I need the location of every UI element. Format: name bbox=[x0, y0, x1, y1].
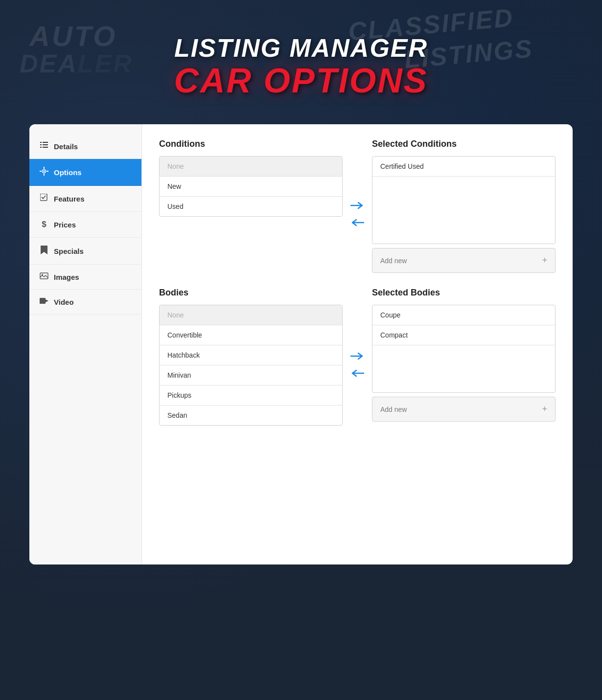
bodies-move-left-button[interactable] bbox=[348, 366, 366, 382]
video-icon bbox=[39, 297, 49, 306]
bodies-move-right-button[interactable] bbox=[348, 349, 366, 364]
sidebar-item-label-details: Details bbox=[54, 142, 78, 151]
body-item-minivan[interactable]: Minivan bbox=[160, 365, 342, 385]
sidebar-item-label-video: Video bbox=[54, 298, 74, 306]
list-icon bbox=[39, 142, 49, 151]
bodies-plus-icon: + bbox=[542, 404, 547, 414]
selected-body-item-1[interactable]: Compact bbox=[372, 325, 555, 345]
check-icon bbox=[39, 194, 49, 203]
sidebar-item-features[interactable]: Features bbox=[29, 186, 141, 212]
svg-rect-5 bbox=[43, 147, 48, 148]
bodies-available-col: Bodies None Convertible Hatchback Miniva… bbox=[159, 288, 343, 426]
svg-rect-4 bbox=[40, 147, 42, 148]
conditions-move-right-button[interactable] bbox=[348, 199, 366, 214]
svg-rect-10 bbox=[40, 171, 42, 172]
add-new-conditions-label: Add new bbox=[380, 257, 407, 265]
sidebar-item-options[interactable]: Options bbox=[29, 159, 141, 186]
svg-marker-16 bbox=[46, 299, 48, 302]
body-item-sedan[interactable]: Sedan bbox=[160, 406, 342, 425]
svg-rect-2 bbox=[40, 144, 42, 145]
sidebar-item-label-images: Images bbox=[54, 273, 79, 281]
main-card: Details Options bbox=[29, 124, 573, 565]
body-item-pickups[interactable]: Pickups bbox=[160, 385, 342, 406]
options-icon bbox=[39, 167, 49, 178]
conditions-list-box: None New Used bbox=[159, 156, 343, 217]
svg-point-7 bbox=[44, 171, 45, 172]
sidebar-item-label-specials: Specials bbox=[54, 247, 84, 255]
header-section: LISTING MANAGER CAR OPTIONS bbox=[0, 0, 602, 124]
sidebar-item-video[interactable]: Video bbox=[29, 290, 141, 315]
body-item-convertible[interactable]: Convertible bbox=[160, 325, 342, 345]
conditions-plus-icon: + bbox=[542, 255, 547, 266]
body-item-none[interactable]: None bbox=[160, 305, 342, 325]
svg-rect-3 bbox=[43, 144, 48, 145]
car-options-title: CAR OPTIONS bbox=[0, 62, 602, 100]
selected-bodies-list-box: Coupe Compact bbox=[372, 305, 556, 393]
main-content: Conditions None New Used bbox=[142, 124, 573, 565]
conditions-title: Conditions bbox=[159, 139, 343, 149]
bodies-title: Bodies bbox=[159, 288, 343, 298]
sidebar-item-specials[interactable]: Specials bbox=[29, 238, 141, 265]
selected-conditions-title: Selected Conditions bbox=[372, 139, 556, 149]
bodies-list-box: None Convertible Hatchback Minivan Picku… bbox=[159, 305, 343, 426]
bodies-transfer-arrows bbox=[343, 305, 372, 426]
selected-condition-item-0[interactable]: Certified Used bbox=[372, 157, 555, 177]
image-icon bbox=[39, 272, 49, 281]
selected-body-item-0[interactable]: Coupe bbox=[372, 305, 555, 325]
svg-rect-1 bbox=[43, 142, 48, 143]
sidebar-item-images[interactable]: Images bbox=[29, 265, 141, 290]
conditions-transfer-arrows bbox=[343, 157, 372, 273]
sidebar-item-details[interactable]: Details bbox=[29, 134, 141, 159]
sidebar-item-prices[interactable]: $ Prices bbox=[29, 212, 141, 238]
conditions-selected-col: Selected Conditions Certified Used Add n… bbox=[372, 139, 556, 273]
body-item-hatchback[interactable]: Hatchback bbox=[160, 345, 342, 365]
sidebar: Details Options bbox=[29, 124, 142, 565]
selected-conditions-list-box: Certified Used bbox=[372, 156, 556, 244]
condition-item-used[interactable]: Used bbox=[160, 197, 342, 216]
conditions-section: Conditions None New Used bbox=[159, 139, 556, 273]
condition-item-none[interactable]: None bbox=[160, 157, 342, 177]
sidebar-item-label-features: Features bbox=[54, 195, 85, 203]
svg-rect-11 bbox=[46, 171, 48, 172]
conditions-add-new-button[interactable]: Add new + bbox=[372, 248, 556, 273]
svg-rect-15 bbox=[40, 298, 46, 304]
bookmark-icon bbox=[39, 246, 49, 256]
conditions-move-left-button[interactable] bbox=[348, 216, 366, 231]
bodies-selected-col: Selected Bodies Coupe Compact Add new + bbox=[372, 288, 556, 426]
svg-rect-9 bbox=[44, 174, 45, 176]
bodies-section: Bodies None Convertible Hatchback Miniva… bbox=[159, 288, 556, 426]
svg-rect-8 bbox=[44, 167, 45, 169]
condition-item-new[interactable]: New bbox=[160, 177, 342, 197]
add-new-bodies-label: Add new bbox=[380, 406, 407, 413]
bodies-add-new-button[interactable]: Add new + bbox=[372, 397, 556, 422]
sidebar-item-label-prices: Prices bbox=[54, 221, 76, 229]
sidebar-item-label-options: Options bbox=[54, 168, 82, 177]
dollar-icon: $ bbox=[39, 220, 49, 229]
svg-rect-12 bbox=[40, 194, 47, 201]
conditions-available-col: Conditions None New Used bbox=[159, 139, 343, 273]
listing-manager-title: LISTING MANAGER bbox=[0, 34, 602, 62]
svg-rect-0 bbox=[40, 142, 42, 143]
selected-bodies-title: Selected Bodies bbox=[372, 288, 556, 298]
